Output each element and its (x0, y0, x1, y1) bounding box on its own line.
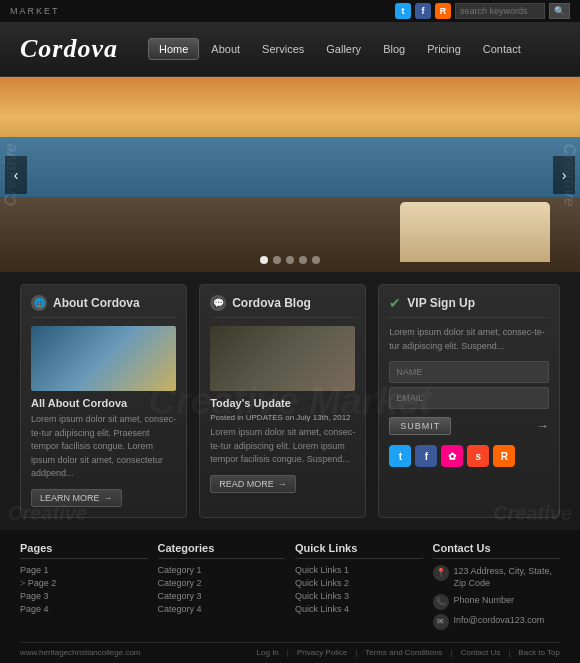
contact-email-row: ✉ Info@cordova123.com (433, 614, 561, 630)
check-icon: ✔ (389, 295, 401, 311)
footer-page-4[interactable]: Page 4 (20, 604, 148, 614)
footer-link-3[interactable]: Quick Links 3 (295, 591, 423, 601)
site-url: www.heritagechristiancollege.com (20, 648, 141, 657)
footer-bottom-links: Log In | Privacy Police | Terms and Cond… (257, 648, 560, 657)
stumbleupon-icon[interactable]: s (467, 445, 489, 467)
footer-page-1[interactable]: Page 1 (20, 565, 148, 575)
chat-icon: 💬 (210, 295, 226, 311)
footer-privacy[interactable]: Privacy Police (297, 648, 347, 657)
arrow-icon: → (104, 493, 113, 503)
nav-gallery[interactable]: Gallery (316, 39, 371, 59)
location-icon: 📍 (433, 565, 449, 581)
facebook-icon[interactable]: f (415, 445, 437, 467)
blog-subtitle: Today's Update (210, 397, 355, 409)
footer-cat-2[interactable]: Category 2 (158, 578, 286, 588)
twitter-icon-small[interactable]: t (395, 3, 411, 19)
read-more-button[interactable]: READ MORE → (210, 475, 296, 493)
hero-prev-button[interactable]: ‹ (5, 156, 27, 194)
vip-submit-button[interactable]: SUBMIT (389, 417, 451, 435)
blog-panel-header: 💬 Cordova Blog (210, 295, 355, 318)
about-subtitle: All About Cordova (31, 397, 176, 409)
search-button[interactable]: 🔍 (549, 3, 570, 19)
about-panel-title: About Cordova (53, 296, 140, 310)
content-area: Creative Creative Creative Market 🌐 Abou… (0, 272, 580, 530)
footer-pages-title: Pages (20, 542, 148, 559)
footer-terms[interactable]: Terms and Conditions (365, 648, 442, 657)
about-image (31, 326, 176, 391)
footer: Pages Page 1 Page 2 Page 3 Page 4 Catego… (0, 530, 580, 663)
footer-contact-title: Contact Us (433, 542, 561, 559)
hero-image (0, 77, 580, 272)
phone-icon: 📞 (433, 594, 449, 610)
arrow-icon: → (278, 479, 287, 489)
nav-services[interactable]: Services (252, 39, 314, 59)
footer-contact-link[interactable]: Contact Us (461, 648, 501, 657)
contact-phone-row: 📞 Phone Number (433, 594, 561, 610)
vip-name-input[interactable] (389, 361, 549, 383)
vip-submit-row: SUBMIT → (389, 417, 549, 435)
nav-blog[interactable]: Blog (373, 39, 415, 59)
market-label: MARKET (10, 6, 60, 16)
footer-link-1[interactable]: Quick Links 1 (295, 565, 423, 575)
blog-date: Posted in UPDATES on July 13th, 2012 (210, 413, 355, 422)
search-input[interactable] (455, 3, 545, 19)
globe-icon: 🌐 (31, 295, 47, 311)
hero-dots (260, 256, 320, 264)
about-panel-header: 🌐 About Cordova (31, 295, 176, 318)
contact-address: 123 Address, City, State, Zip Code (454, 565, 561, 590)
vip-panel-header: ✔ VIP Sign Up (389, 295, 549, 318)
vip-text: Lorem ipsum dolor sit amet, consec-te-tu… (389, 326, 549, 353)
footer-cat-3[interactable]: Category 3 (158, 591, 286, 601)
hero-dot-1[interactable] (260, 256, 268, 264)
arrow-icon: → (537, 419, 549, 433)
logo: Cordova (20, 34, 118, 64)
rss-icon[interactable]: R (493, 445, 515, 467)
hero-dot-4[interactable] (299, 256, 307, 264)
nav-about[interactable]: About (201, 39, 250, 59)
nav-home[interactable]: Home (148, 38, 199, 60)
footer-login[interactable]: Log In (257, 648, 279, 657)
rss-icon-small[interactable]: R (435, 3, 451, 19)
flickr-icon[interactable]: ✿ (441, 445, 463, 467)
hero-next-button[interactable]: › (553, 156, 575, 194)
footer-pages: Pages Page 1 Page 2 Page 3 Page 4 (20, 542, 148, 634)
top-bar-right: t f R 🔍 (395, 3, 570, 19)
footer-quick-links: Quick Links Quick Links 1 Quick Links 2 … (295, 542, 423, 634)
contact-email: Info@cordova123.com (454, 614, 545, 627)
nav-contact[interactable]: Contact (473, 39, 531, 59)
blog-text: Lorem ipsum dolor sit amet, consec-te-tu… (210, 426, 355, 467)
footer-cat-1[interactable]: Category 1 (158, 565, 286, 575)
blog-image (210, 326, 355, 391)
social-icons-row: t f ✿ s R (389, 445, 549, 467)
blog-panel: 💬 Cordova Blog Today's Update Posted in … (199, 284, 366, 518)
footer-contact: Contact Us 📍 123 Address, City, State, Z… (433, 542, 561, 634)
email-icon: ✉ (433, 614, 449, 630)
footer-quick-links-title: Quick Links (295, 542, 423, 559)
footer-bottom: www.heritagechristiancollege.com Log In … (20, 642, 560, 657)
nav-pricing[interactable]: Pricing (417, 39, 471, 59)
about-panel: 🌐 About Cordova All About Cordova Lorem … (20, 284, 187, 518)
footer-back-to-top[interactable]: Back to Top (518, 648, 560, 657)
hero-dot-5[interactable] (312, 256, 320, 264)
hero-slider: Creative Creative ‹ › (0, 77, 580, 272)
learn-more-button[interactable]: LEARN MORE → (31, 489, 122, 507)
footer-categories-title: Categories (158, 542, 286, 559)
footer-categories: Categories Category 1 Category 2 Categor… (158, 542, 286, 634)
contact-phone: Phone Number (454, 594, 515, 607)
main-nav: Home About Services Gallery Blog Pricing… (148, 38, 560, 60)
footer-columns: Pages Page 1 Page 2 Page 3 Page 4 Catego… (20, 542, 560, 634)
twitter-icon[interactable]: t (389, 445, 411, 467)
blog-panel-title: Cordova Blog (232, 296, 311, 310)
footer-page-2[interactable]: Page 2 (20, 578, 148, 588)
vip-panel-title: VIP Sign Up (407, 296, 475, 310)
footer-link-2[interactable]: Quick Links 2 (295, 578, 423, 588)
vip-panel: ✔ VIP Sign Up Lorem ipsum dolor sit amet… (378, 284, 560, 518)
contact-address-row: 📍 123 Address, City, State, Zip Code (433, 565, 561, 590)
footer-cat-4[interactable]: Category 4 (158, 604, 286, 614)
footer-page-3[interactable]: Page 3 (20, 591, 148, 601)
hero-dot-2[interactable] (273, 256, 281, 264)
hero-dot-3[interactable] (286, 256, 294, 264)
vip-email-input[interactable] (389, 387, 549, 409)
footer-link-4[interactable]: Quick Links 4 (295, 604, 423, 614)
facebook-icon-small[interactable]: f (415, 3, 431, 19)
